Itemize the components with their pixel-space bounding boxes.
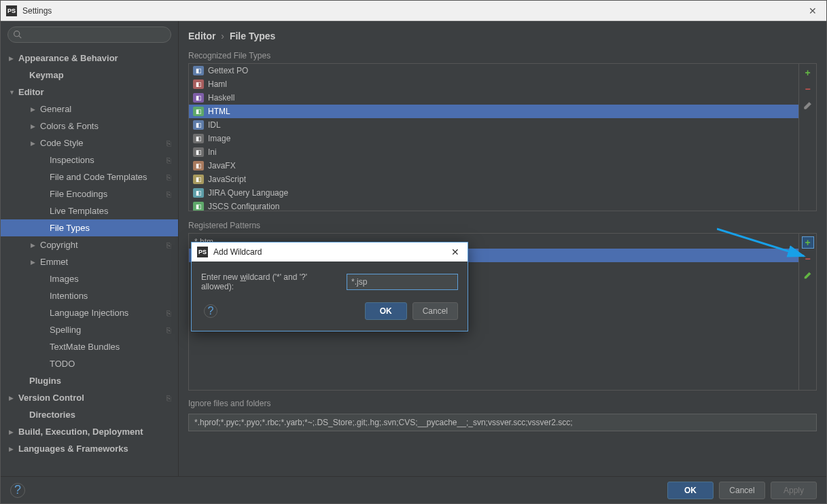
tree-item-label: Images	[50, 274, 79, 284]
ok-button[interactable]: OK	[667, 482, 714, 499]
filetype-row[interactable]: ◧JavaScript	[189, 173, 798, 186]
tree-item-file-types[interactable]: File Types	[1, 219, 178, 236]
tree-item-label: Copyright	[40, 240, 78, 250]
filetype-edit-button[interactable]	[802, 99, 814, 111]
tree-item-label: Inspections	[50, 155, 94, 165]
filetype-row[interactable]: ◧Haml	[189, 77, 798, 91]
filetype-row[interactable]: ◧Gettext PO	[189, 64, 798, 77]
tree-item-emmet[interactable]: ▶Emmet	[1, 253, 178, 270]
filetype-label: Image	[208, 134, 230, 143]
tree-item-label: Spelling	[50, 325, 81, 335]
filetype-icon: ◧	[193, 79, 204, 89]
dialog-cancel-button[interactable]: Cancel	[412, 302, 458, 320]
filetype-icon: ◧	[193, 120, 204, 130]
tree-item-keymap[interactable]: Keymap	[1, 67, 178, 84]
app-icon: PS	[6, 5, 17, 16]
tree-item-todo[interactable]: TODO	[1, 355, 178, 372]
tree-item-file-encodings[interactable]: File Encodings⎘	[1, 185, 178, 202]
filetype-row[interactable]: ◧JavaFX	[189, 159, 798, 173]
tree-item-code-style[interactable]: ▶Code Style⎘	[1, 134, 178, 151]
tree-arrow-icon: ▶	[31, 140, 40, 147]
tree-item-file-and-code-templates[interactable]: File and Code Templates⎘	[1, 168, 178, 185]
breadcrumb-filetypes: File Types	[230, 31, 275, 41]
tree-item-label: Version Control	[18, 393, 84, 403]
filetypes-label: Recognized File Types	[188, 51, 817, 60]
dialog-ok-button[interactable]: OK	[365, 302, 407, 320]
tree-item-build-execution-deployment[interactable]: ▶Build, Execution, Deployment	[1, 423, 178, 440]
tree-arrow-icon: ▶	[31, 242, 40, 249]
tree-item-spelling[interactable]: Spelling⎘	[1, 321, 178, 338]
tree-arrow-icon: ▶	[9, 446, 18, 452]
filetype-row[interactable]: ◧Ini	[189, 145, 798, 159]
tree-item-label: Language Injections	[50, 308, 128, 318]
settings-sidebar: ▶Appearance & BehaviorKeymap▼Editor▶Gene…	[1, 21, 179, 476]
tree-item-colors-fonts[interactable]: ▶Colors & Fonts	[1, 118, 178, 134]
dialog-close-icon[interactable]: ✕	[448, 247, 462, 257]
tree-item-version-control[interactable]: ▶Version Control⎘	[1, 389, 178, 406]
tree-arrow-icon: ▼	[9, 89, 18, 96]
filetype-label: JIRA Query Language	[208, 188, 288, 198]
breadcrumb-sep-icon: ›	[221, 31, 224, 41]
filetype-label: Gettext PO	[208, 66, 248, 75]
tree-item-images[interactable]: Images	[1, 270, 178, 287]
apply-button[interactable]: Apply	[771, 482, 817, 499]
ignore-input[interactable]	[188, 414, 817, 431]
tree-item-plugins[interactable]: Plugins	[1, 372, 178, 389]
filetype-add-button[interactable]: +	[802, 67, 814, 79]
filetype-label: IDL	[208, 120, 221, 130]
tree-item-textmate-bundles[interactable]: TextMate Bundles	[1, 338, 178, 355]
wildcard-input[interactable]	[347, 274, 458, 290]
filetype-icon: ◧	[193, 161, 204, 170]
tree-item-live-templates[interactable]: Live Templates	[1, 202, 178, 219]
tree-arrow-icon: ▶	[9, 395, 18, 401]
tree-item-language-injections[interactable]: Language Injections⎘	[1, 304, 178, 321]
tree-item-intentions[interactable]: Intentions	[1, 287, 178, 304]
filetype-row[interactable]: ◧JIRA Query Language	[189, 186, 798, 200]
filetype-icon: ◧	[193, 66, 204, 75]
breadcrumb: Editor › File Types	[188, 28, 817, 51]
tree-item-directories[interactable]: Directories	[1, 406, 178, 423]
dialog-footer: ? OK Cancel Apply	[1, 476, 826, 503]
cancel-button[interactable]: Cancel	[719, 482, 765, 499]
wildcard-prompt: Enter new wildcard ('*' and '?' allowed)…	[201, 272, 340, 291]
tree-item-languages-frameworks[interactable]: ▶Languages & Frameworks	[1, 440, 178, 457]
tree-item-label: Emmet	[40, 257, 68, 267]
breadcrumb-editor[interactable]: Editor	[188, 31, 215, 41]
copy-icon: ⎘	[166, 190, 171, 198]
filetype-remove-button[interactable]: −	[802, 83, 814, 95]
window-close-icon[interactable]: ✕	[805, 5, 821, 16]
filetype-row[interactable]: ◧JSCS Configuration	[189, 200, 798, 211]
ignore-label: Ignore files and folders	[188, 399, 817, 408]
pattern-edit-button[interactable]	[802, 269, 814, 281]
tree-arrow-icon: ▶	[31, 259, 40, 266]
filetype-label: Haskell	[208, 93, 234, 103]
pattern-remove-button[interactable]: −	[802, 253, 814, 265]
tree-item-copyright[interactable]: ▶Copyright⎘	[1, 236, 178, 253]
tree-item-label: Live Templates	[50, 206, 108, 216]
sidebar-search-input[interactable]	[7, 26, 171, 43]
tree-item-label: Languages & Frameworks	[18, 444, 128, 454]
pattern-add-button[interactable]: +	[802, 236, 814, 249]
tree-item-label: File Encodings	[50, 189, 107, 199]
filetype-row[interactable]: ◧Image	[189, 132, 798, 145]
tree-item-inspections[interactable]: Inspections⎘	[1, 151, 178, 168]
tree-item-label: Build, Execution, Deployment	[18, 427, 143, 437]
filetype-label: JavaScript	[208, 175, 246, 184]
filetype-label: Haml	[208, 79, 227, 89]
help-button[interactable]: ?	[10, 483, 25, 498]
tree-item-label: Appearance & Behavior	[18, 53, 118, 63]
titlebar: PS Settings ✕	[1, 1, 826, 21]
filetype-row[interactable]: ◧HTML	[189, 105, 798, 118]
filetypes-toolbar: + −	[798, 64, 816, 211]
dialog-help-button[interactable]: ?	[204, 304, 217, 318]
tree-item-general[interactable]: ▶General	[1, 101, 178, 118]
tree-item-label: Directories	[29, 410, 75, 420]
tree-item-appearance-behavior[interactable]: ▶Appearance & Behavior	[1, 50, 178, 67]
filetype-row[interactable]: ◧Haskell	[189, 91, 798, 105]
tree-item-label: File and Code Templates	[50, 172, 147, 182]
filetype-icon: ◧	[193, 93, 204, 103]
filetypes-list[interactable]: ◧Gettext PO◧Haml◧Haskell◧HTML◧IDL◧Image◧…	[189, 64, 798, 211]
tree-item-editor[interactable]: ▼Editor	[1, 84, 178, 101]
tree-item-label: TODO	[50, 359, 75, 369]
filetype-row[interactable]: ◧IDL	[189, 118, 798, 132]
